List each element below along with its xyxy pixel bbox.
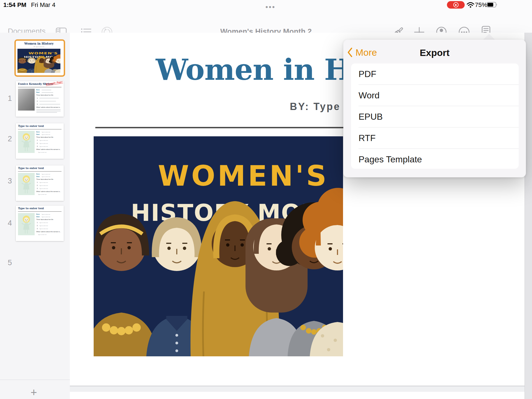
wifi-icon [467, 2, 474, 8]
add-page-button[interactable]: + [27, 387, 41, 398]
date: Fri Mar 4 [31, 1, 55, 9]
back-to-more-button[interactable]: More [347, 47, 377, 58]
sidebar-footer-divider [0, 380, 70, 380]
battery-icon [487, 2, 498, 7]
export-options-list: PDF Word EPUB RTF Pages Template [351, 63, 519, 169]
thumb1-title: Women in History [16, 42, 62, 45]
thumb5-girl-illustration [18, 213, 35, 235]
example-page-stamp: Example Page! [46, 81, 63, 86]
export-popover: Export More PDF Word EPUB RTF Pages Temp… [343, 40, 526, 177]
thumbnail-page-3[interactable]: Type to enter text Born: Type to enter t… [16, 123, 64, 159]
export-option-rtf[interactable]: RTF [359, 127, 519, 149]
thumb2-photo [18, 89, 35, 111]
page-thumbnails-sidebar: 1 Women in History BY: Type to enter tex… [0, 33, 70, 399]
thumbnail-page-4[interactable]: Type to enter text Born: Type to enter t… [16, 165, 64, 201]
battery-percent: 75% [475, 1, 487, 9]
thumb3-girl-illustration [18, 131, 35, 153]
screen-recording-indicator[interactable] [447, 1, 465, 9]
thumb1-subtitle: BY: Type to enter text [16, 46, 62, 47]
status-bar: 1:54 PM Fri Mar 4 ••• 75% [0, 0, 532, 10]
record-icon [453, 2, 459, 7]
page-gap [70, 386, 525, 392]
export-option-pdf[interactable]: PDF [351, 63, 519, 85]
back-label: More [355, 47, 377, 58]
thumb1-illustration [17, 49, 60, 73]
export-option-pages-template[interactable]: Pages Template [359, 149, 519, 169]
thumb4-girl-illustration [18, 173, 35, 195]
popover-arrow [483, 34, 495, 40]
page-number: 5 [8, 259, 20, 267]
pages-app-window: WOMEN'S HISTORY MONTH [0, 0, 532, 399]
women-history-month-illustration[interactable] [94, 136, 343, 356]
chevron-left-icon [347, 47, 353, 57]
thumbnail-page-1[interactable]: Women in History BY: Type to enter text [14, 39, 65, 77]
clock: 1:54 PM [3, 1, 26, 9]
thumbnail-page-2[interactable]: Eunice Kennedy Shriver Example Page! Bor… [16, 81, 64, 117]
next-page-top [70, 392, 525, 399]
thumbnail-page-5[interactable]: Type to enter text Born: Type to enter t… [16, 206, 64, 241]
export-option-word[interactable]: Word [359, 85, 519, 106]
toolbar: Documents Women's History Month 2 [0, 10, 532, 33]
export-option-epub[interactable]: EPUB [359, 106, 519, 127]
